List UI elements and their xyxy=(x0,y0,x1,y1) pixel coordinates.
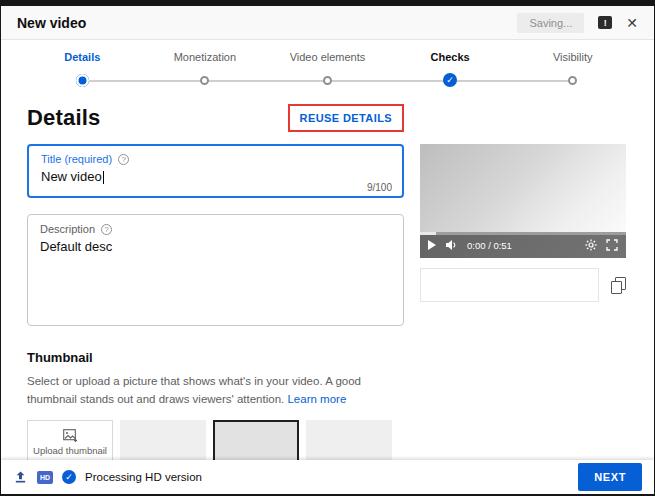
upload-progress-icon xyxy=(13,470,28,484)
step-dot-current-icon[interactable] xyxy=(76,74,89,87)
step-label: Details xyxy=(64,50,100,64)
description-field-value: Default desc xyxy=(40,239,391,254)
saving-status-button: Saving... xyxy=(517,13,584,33)
player-progress-bar[interactable] xyxy=(420,232,626,235)
player-controls: 0:00 / 0:51 xyxy=(420,232,626,258)
next-button[interactable]: NEXT xyxy=(578,463,642,491)
page-title: Details xyxy=(27,105,101,131)
help-icon[interactable]: ? xyxy=(101,224,112,235)
step-video-elements[interactable]: Video elements xyxy=(266,50,389,87)
character-counter: 9/100 xyxy=(367,182,392,193)
feedback-icon[interactable]: ! xyxy=(598,16,612,29)
step-check-icon[interactable]: ✓ xyxy=(443,73,457,87)
step-checks[interactable]: Checks ✓ xyxy=(389,50,512,87)
upload-stepper: Details Monetization Video elements Chec… xyxy=(1,40,654,92)
thumbnail-option-3[interactable] xyxy=(306,420,392,460)
thumbnail-option-2-selected[interactable] xyxy=(213,420,299,460)
title-field[interactable]: Title (required) ? New video 9/100 xyxy=(27,144,404,198)
reuse-details-button[interactable]: REUSE DETAILS xyxy=(290,106,402,130)
upload-thumbnail-button[interactable]: Upload thumbnail xyxy=(27,420,113,460)
step-label: Monetization xyxy=(174,50,236,64)
play-icon[interactable] xyxy=(428,240,436,250)
player-progress-played xyxy=(420,232,436,235)
video-preview[interactable]: 0:00 / 0:51 xyxy=(420,144,626,258)
step-dot-icon[interactable] xyxy=(200,76,209,85)
text-cursor xyxy=(103,171,104,184)
step-label: Video elements xyxy=(290,50,366,64)
dialog-content: Details REUSE DETAILS Title (required) ?… xyxy=(1,92,654,460)
dialog-footer: HD ✓ Processing HD version NEXT xyxy=(1,460,654,494)
close-icon[interactable]: ✕ xyxy=(626,16,638,30)
player-time: 0:00 / 0:51 xyxy=(467,240,512,251)
settings-gear-icon[interactable] xyxy=(585,239,597,251)
step-details[interactable]: Details xyxy=(21,50,144,87)
step-label: Visibility xyxy=(553,50,593,64)
title-field-value: New video xyxy=(41,169,102,184)
volume-icon[interactable] xyxy=(445,239,458,251)
thumbnail-option-1[interactable] xyxy=(120,420,206,460)
step-dot-icon[interactable] xyxy=(568,76,577,85)
step-label: Checks xyxy=(431,50,470,64)
reuse-details-highlight: REUSE DETAILS xyxy=(288,104,404,132)
title-field-label: Title (required) xyxy=(41,153,112,165)
video-link-box xyxy=(420,268,599,302)
step-monetization[interactable]: Monetization xyxy=(144,50,267,87)
upload-thumbnail-label: Upload thumbnail xyxy=(33,445,107,456)
learn-more-link[interactable]: Learn more xyxy=(287,393,346,405)
processing-status: Processing HD version xyxy=(85,471,202,483)
dialog-header: New video Saving... ! ✕ xyxy=(1,6,654,40)
copy-icon[interactable] xyxy=(611,277,626,294)
dialog-title: New video xyxy=(17,15,86,31)
hd-badge: HD xyxy=(37,471,53,484)
thumbnail-heading: Thumbnail xyxy=(27,350,628,365)
thumbnail-section: Thumbnail Select or upload a picture tha… xyxy=(27,350,628,460)
description-field-label: Description xyxy=(40,223,95,235)
description-field[interactable]: Description ? Default desc xyxy=(27,214,404,326)
image-upload-icon xyxy=(63,429,78,442)
upload-dialog: New video Saving... ! ✕ Details Monetiza… xyxy=(1,6,654,494)
step-visibility[interactable]: Visibility xyxy=(511,50,634,87)
fullscreen-icon[interactable] xyxy=(606,239,618,251)
checks-complete-icon: ✓ xyxy=(62,470,76,484)
help-icon[interactable]: ? xyxy=(118,154,129,165)
step-dot-icon[interactable] xyxy=(323,76,332,85)
